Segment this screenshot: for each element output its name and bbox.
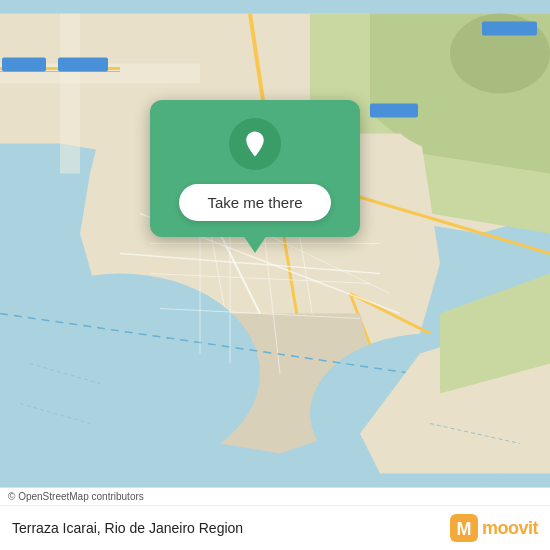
place-info-row: Terraza Icarai, Rio de Janeiro Region M … xyxy=(0,506,550,550)
take-me-there-button[interactable]: Take me there xyxy=(179,184,330,221)
moovit-text: moovit xyxy=(482,518,538,539)
place-name: Terraza Icarai, Rio de Janeiro Region xyxy=(12,520,243,536)
popup-card: Take me there xyxy=(150,100,360,237)
attribution-row: © OpenStreetMap contributors xyxy=(0,488,550,506)
bottom-bar: © OpenStreetMap contributors Terraza Ica… xyxy=(0,487,550,550)
svg-marker-3 xyxy=(60,14,80,174)
svg-rect-13 xyxy=(58,58,108,72)
svg-text:M: M xyxy=(456,519,471,539)
svg-rect-15 xyxy=(370,104,418,118)
svg-rect-14 xyxy=(482,22,537,36)
moovit-icon: M xyxy=(450,514,478,542)
location-pin-icon xyxy=(240,129,270,159)
svg-rect-12 xyxy=(2,58,46,72)
location-icon-wrap xyxy=(229,118,281,170)
moovit-logo: M moovit xyxy=(450,514,538,542)
attribution-text: © OpenStreetMap contributors xyxy=(8,491,144,502)
map-container: Niterói xyxy=(0,0,550,487)
map-background: Niterói xyxy=(0,0,550,487)
app: Niterói xyxy=(0,0,550,550)
